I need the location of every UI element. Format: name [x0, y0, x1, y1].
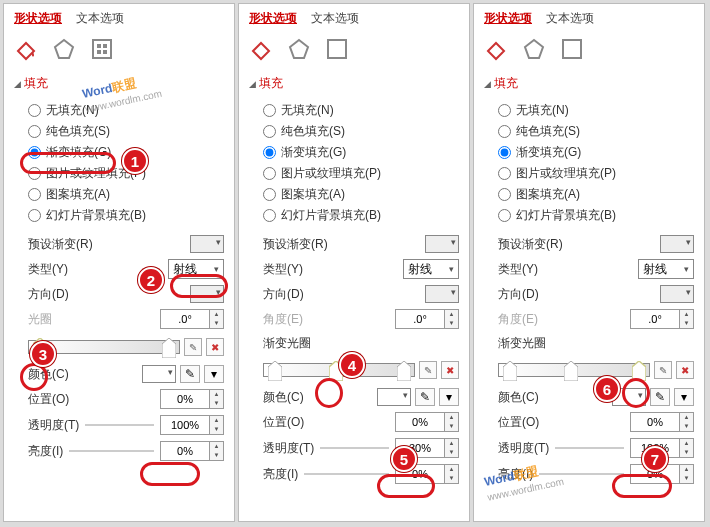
preset-swatch[interactable]: [190, 235, 224, 253]
svg-rect-2: [103, 44, 107, 48]
remove-stop-icon[interactable]: ✖: [676, 361, 694, 379]
eyedrop-icon[interactable]: ✎: [650, 388, 670, 406]
badge-5: 5: [391, 446, 417, 472]
radio-solid[interactable]: 纯色填充(S): [263, 121, 459, 142]
gradient-bar: ✎ ✖: [28, 336, 224, 358]
bright-slider[interactable]: [69, 442, 154, 460]
tab-text[interactable]: 文本选项: [546, 10, 594, 27]
radio-pattern[interactable]: 图案填充(A): [263, 184, 459, 205]
size-icon[interactable]: [325, 37, 349, 61]
dir-swatch[interactable]: [425, 285, 459, 303]
trans-slider[interactable]: [85, 416, 154, 434]
position-row: 位置(O)▲▼: [14, 386, 224, 412]
section-fill[interactable]: 填充: [484, 71, 694, 98]
tab-text[interactable]: 文本选项: [311, 10, 359, 27]
gradient-stop[interactable]: [564, 361, 578, 381]
position-spin[interactable]: ▲▼: [160, 389, 224, 409]
remove-stop-icon[interactable]: ✖: [206, 338, 224, 356]
type-select[interactable]: 射线: [638, 259, 694, 279]
radio-pattern[interactable]: 图案填充(A): [28, 184, 224, 205]
tab-shape[interactable]: 形状选项: [484, 10, 532, 27]
section-fill[interactable]: 填充: [249, 71, 459, 98]
tab-text[interactable]: 文本选项: [76, 10, 124, 27]
more-color-icon[interactable]: ▾: [439, 388, 459, 406]
badge-1: 1: [122, 148, 148, 174]
bright-slider[interactable]: [539, 465, 624, 483]
radio-gradient[interactable]: 渐变填充(G): [498, 142, 694, 163]
radio-slidebg[interactable]: 幻灯片背景填充(B): [28, 205, 224, 226]
more-color-icon[interactable]: ▾: [674, 388, 694, 406]
paint-bucket-icon[interactable]: [484, 37, 508, 61]
fill-radios: 无填充(N) 纯色填充(S) 渐变填充(G) 图片或纹理填充(P) 图案填充(A…: [14, 98, 224, 232]
dir-swatch[interactable]: [660, 285, 694, 303]
brightness-row: 亮度(I)▲▼: [14, 438, 224, 464]
gradient-track[interactable]: [498, 363, 650, 377]
tab-shape[interactable]: 形状选项: [249, 10, 297, 27]
gradient-stop[interactable]: [397, 361, 411, 381]
badge-4: 4: [339, 352, 365, 378]
angle-spin[interactable]: ▲▼: [160, 309, 224, 329]
radio-gradient[interactable]: 渐变填充(G): [263, 142, 459, 163]
svg-rect-1: [97, 44, 101, 48]
angle-spin[interactable]: ▲▼: [630, 309, 694, 329]
paint-bucket-icon[interactable]: [14, 37, 38, 61]
badge-3: 3: [30, 341, 56, 367]
add-stop-icon[interactable]: ✎: [184, 338, 202, 356]
radio-none[interactable]: 无填充(N): [28, 100, 224, 121]
type-select[interactable]: 射线: [168, 259, 224, 279]
preset-swatch[interactable]: [660, 235, 694, 253]
bright-spin[interactable]: ▲▼: [160, 441, 224, 461]
badge-6: 6: [594, 376, 620, 402]
radio-picture[interactable]: 图片或纹理填充(P): [498, 163, 694, 184]
gradient-stop[interactable]: [268, 361, 282, 381]
gradient-stop[interactable]: [503, 361, 517, 381]
badge-2: 2: [138, 267, 164, 293]
trans-slider[interactable]: [555, 439, 624, 457]
preset-swatch[interactable]: [425, 235, 459, 253]
remove-stop-icon[interactable]: ✖: [441, 361, 459, 379]
radio-slidebg[interactable]: 幻灯片背景填充(B): [498, 205, 694, 226]
more-color-icon[interactable]: ▾: [204, 365, 224, 383]
angle-spin[interactable]: ▲▼: [395, 309, 459, 329]
tab-shape[interactable]: 形状选项: [14, 10, 62, 27]
radio-none[interactable]: 无填充(N): [263, 100, 459, 121]
radio-none[interactable]: 无填充(N): [498, 100, 694, 121]
position-spin[interactable]: ▲▼: [630, 412, 694, 432]
angle-row: 光圈▲▼: [14, 306, 224, 332]
eyedrop-icon[interactable]: ✎: [180, 365, 200, 383]
size-icon[interactable]: [560, 37, 584, 61]
add-stop-icon[interactable]: ✎: [654, 361, 672, 379]
type-row: 类型(Y)射线: [14, 256, 224, 282]
radio-slidebg[interactable]: 幻灯片背景填充(B): [263, 205, 459, 226]
eyedrop-icon[interactable]: ✎: [415, 388, 435, 406]
radio-solid[interactable]: 纯色填充(S): [28, 121, 224, 142]
add-stop-icon[interactable]: ✎: [419, 361, 437, 379]
radio-picture[interactable]: 图片或纹理填充(P): [263, 163, 459, 184]
panel-2: 形状选项文本选项 填充 无填充(N) 纯色填充(S) 渐变填充(G) 图片或纹理…: [238, 3, 470, 522]
radio-solid[interactable]: 纯色填充(S): [498, 121, 694, 142]
color-swatch[interactable]: [377, 388, 411, 406]
svg-rect-5: [328, 40, 346, 58]
pentagon-icon[interactable]: [52, 37, 76, 61]
pentagon-icon[interactable]: [287, 37, 311, 61]
section-fill[interactable]: 填充: [14, 71, 224, 98]
radio-pattern[interactable]: 图案填充(A): [498, 184, 694, 205]
type-select[interactable]: 射线: [403, 259, 459, 279]
dir-row: 方向(D): [14, 282, 224, 306]
trans-slider[interactable]: [320, 439, 389, 457]
position-spin[interactable]: ▲▼: [395, 412, 459, 432]
gradient-stop[interactable]: [632, 361, 646, 381]
transparency-row: 透明度(T)▲▼: [14, 412, 224, 438]
panel-1: 形状选项 文本选项 填充 无填充(N) 纯色填充(S) 渐变填充(G) 图片或纹…: [3, 3, 235, 522]
size-icon[interactable]: [90, 37, 114, 61]
dir-swatch[interactable]: [190, 285, 224, 303]
svg-rect-3: [97, 50, 101, 54]
gradient-stop[interactable]: [162, 338, 176, 358]
color-swatch[interactable]: [142, 365, 176, 383]
svg-rect-6: [563, 40, 581, 58]
svg-rect-4: [103, 50, 107, 54]
paint-bucket-icon[interactable]: [249, 37, 273, 61]
trans-spin[interactable]: ▲▼: [160, 415, 224, 435]
pentagon-icon[interactable]: [522, 37, 546, 61]
bright-slider[interactable]: [304, 465, 389, 483]
